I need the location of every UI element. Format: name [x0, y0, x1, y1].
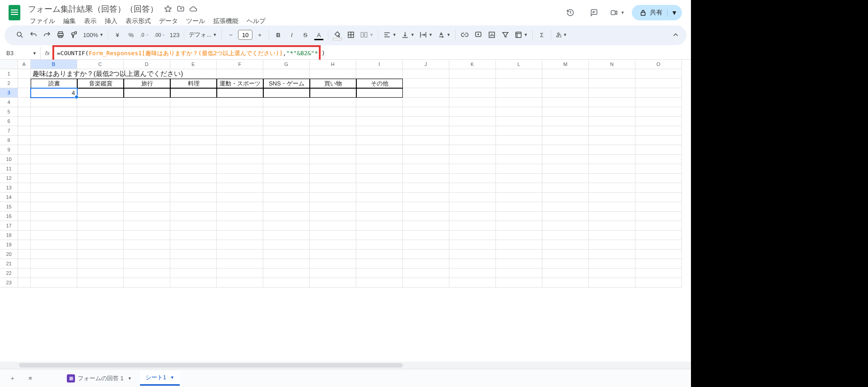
cell-L6[interactable]	[496, 117, 542, 126]
cell-B2[interactable]: 読書	[31, 79, 77, 88]
cell-K16[interactable]	[449, 212, 496, 221]
cell-B5[interactable]	[31, 107, 77, 117]
horizontal-scrollbar[interactable]	[0, 362, 691, 369]
cell-H22[interactable]	[310, 269, 356, 278]
cell-G18[interactable]	[263, 231, 310, 240]
cell-E23[interactable]	[170, 278, 217, 288]
cell-N16[interactable]	[589, 212, 635, 221]
cell-A18[interactable]	[18, 231, 31, 240]
cell-N5[interactable]	[589, 107, 635, 117]
cell-L18[interactable]	[496, 231, 542, 240]
cell-F6[interactable]	[217, 117, 263, 126]
cell-A23[interactable]	[18, 278, 31, 288]
cell-I19[interactable]	[356, 240, 403, 250]
cell-K4[interactable]	[449, 98, 496, 107]
cell-L4[interactable]	[496, 98, 542, 107]
cell-J15[interactable]	[403, 202, 449, 212]
cell-F2[interactable]: 運動・スポーツ	[217, 79, 263, 88]
column-header-C[interactable]: C	[77, 60, 124, 69]
move-icon[interactable]	[176, 5, 185, 14]
cell-I16[interactable]	[356, 212, 403, 221]
cell-F4[interactable]	[217, 98, 263, 107]
cell-C11[interactable]	[77, 164, 124, 174]
cell-L8[interactable]	[496, 136, 542, 145]
row-header-21[interactable]: 21	[0, 259, 18, 269]
cell-F10[interactable]	[217, 155, 263, 164]
cell-N6[interactable]	[589, 117, 635, 126]
cell-C23[interactable]	[77, 278, 124, 288]
cell-G20[interactable]	[263, 250, 310, 259]
cell-C4[interactable]	[77, 98, 124, 107]
cell-D14[interactable]	[124, 193, 170, 202]
cell-F20[interactable]	[217, 250, 263, 259]
decrease-decimal-button[interactable]: .0 ←	[138, 28, 151, 41]
cell-I22[interactable]	[356, 269, 403, 278]
cell-E15[interactable]	[170, 202, 217, 212]
cell-D20[interactable]	[124, 250, 170, 259]
cell-I14[interactable]	[356, 193, 403, 202]
cell-J2[interactable]	[403, 79, 449, 88]
cell-L10[interactable]	[496, 155, 542, 164]
column-header-N[interactable]: N	[589, 60, 635, 69]
cell-E10[interactable]	[170, 155, 217, 164]
cell-F19[interactable]	[217, 240, 263, 250]
functions-button[interactable]: Σ	[536, 28, 548, 41]
cell-C8[interactable]	[77, 136, 124, 145]
cell-H12[interactable]	[310, 174, 356, 183]
cell-A1[interactable]	[18, 69, 31, 79]
cell-E11[interactable]	[170, 164, 217, 174]
cell-F18[interactable]	[217, 231, 263, 240]
cell-M15[interactable]	[542, 202, 589, 212]
cell-D15[interactable]	[124, 202, 170, 212]
cell-K3[interactable]	[449, 88, 496, 98]
cell-O3[interactable]	[635, 88, 682, 98]
cell-G6[interactable]	[263, 117, 310, 126]
number-format-button[interactable]: 123	[168, 28, 182, 41]
cell-O21[interactable]	[635, 259, 682, 269]
cell-N12[interactable]	[589, 174, 635, 183]
cell-A22[interactable]	[18, 269, 31, 278]
cell-A10[interactable]	[18, 155, 31, 164]
cell-I3[interactable]	[356, 88, 403, 98]
horizontal-align-button[interactable]: ▼	[381, 28, 398, 41]
cell-O10[interactable]	[635, 155, 682, 164]
cell-L22[interactable]	[496, 269, 542, 278]
cell-K21[interactable]	[449, 259, 496, 269]
star-icon[interactable]	[163, 5, 173, 14]
row-header-8[interactable]: 8	[0, 136, 18, 145]
cell-C6[interactable]	[77, 117, 124, 126]
cell-A11[interactable]	[18, 164, 31, 174]
cell-H15[interactable]	[310, 202, 356, 212]
input-mode-button[interactable]: あ▼	[554, 28, 569, 41]
cell-F16[interactable]	[217, 212, 263, 221]
cell-M17[interactable]	[542, 221, 589, 231]
share-button[interactable]: 共有 ▼	[632, 5, 682, 20]
cell-C9[interactable]	[77, 145, 124, 155]
cell-I6[interactable]	[356, 117, 403, 126]
cell-K18[interactable]	[449, 231, 496, 240]
cell-H23[interactable]	[310, 278, 356, 288]
cell-E21[interactable]	[170, 259, 217, 269]
cell-C21[interactable]	[77, 259, 124, 269]
cell-I8[interactable]	[356, 136, 403, 145]
cell-H7[interactable]	[310, 126, 356, 136]
row-header-7[interactable]: 7	[0, 126, 18, 136]
cell-N22[interactable]	[589, 269, 635, 278]
cell-C18[interactable]	[77, 231, 124, 240]
cell-F3[interactable]	[217, 88, 263, 98]
cell-A13[interactable]	[18, 183, 31, 193]
font-size-input[interactable]	[238, 30, 252, 40]
column-header-K[interactable]: K	[449, 60, 496, 69]
cell-G5[interactable]	[263, 107, 310, 117]
cell-G3[interactable]	[263, 88, 310, 98]
insert-chart-button[interactable]	[485, 28, 498, 41]
cell-A5[interactable]	[18, 107, 31, 117]
cell-H1[interactable]	[310, 69, 356, 79]
cell-F17[interactable]	[217, 221, 263, 231]
cell-E13[interactable]	[170, 183, 217, 193]
meet-icon[interactable]: ▼	[608, 4, 626, 22]
cell-C5[interactable]	[77, 107, 124, 117]
cell-J9[interactable]	[403, 145, 449, 155]
column-header-D[interactable]: D	[124, 60, 170, 69]
cell-C22[interactable]	[77, 269, 124, 278]
